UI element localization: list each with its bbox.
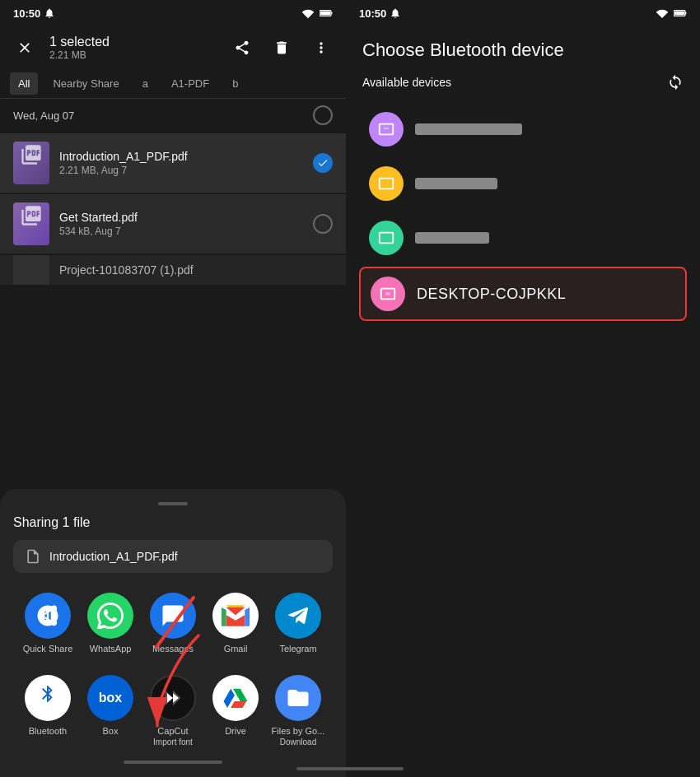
top-bar-title: 1 selected 2.21 MB (49, 35, 217, 61)
wifi-icon-right (656, 8, 669, 18)
device-name-placeholder-1 (415, 123, 677, 135)
device-item-1[interactable] (359, 104, 687, 155)
box-icon: box (87, 675, 133, 721)
file-list: Wed, Aug 07 Introduction_A1_PDF.pdf 2.21… (0, 99, 346, 489)
status-bar-right: 10:50 (346, 0, 700, 26)
bottom-indicator-left (124, 761, 222, 764)
messages-icon (150, 593, 196, 639)
app-quick-share-label: Quick Share (23, 644, 73, 654)
file-thumb-3 (13, 255, 49, 285)
app-files-label: Files by Go...Download (272, 726, 325, 747)
battery-icon-left (320, 8, 333, 18)
app-bluetooth[interactable]: Bluetooth (18, 675, 77, 747)
date-header: Wed, Aug 07 (0, 99, 346, 132)
status-time-left: 10:50 (13, 7, 55, 20)
app-telegram-label: Telegram (279, 644, 316, 654)
app-box[interactable]: box Box (81, 675, 140, 747)
app-messages-label: Messages (152, 644, 194, 654)
file-checkbox-2[interactable] (313, 214, 333, 234)
app-gmail-label: Gmail (224, 644, 248, 654)
app-gmail[interactable]: Gmail (206, 593, 265, 654)
files-icon (275, 675, 321, 721)
select-all-checkbox[interactable] (313, 105, 333, 125)
device-icon-3 (369, 221, 404, 255)
device-item-2[interactable] (359, 158, 687, 209)
app-drive-label: Drive (225, 726, 246, 737)
app-messages[interactable]: Messages (143, 593, 203, 654)
svg-rect-6 (685, 12, 686, 15)
drive-icon (212, 675, 259, 721)
sheet-title: Sharing 1 file (13, 515, 333, 530)
status-icons-left (301, 8, 333, 18)
date-text: Wed, Aug 07 (13, 109, 74, 122)
loading-icon (667, 74, 684, 91)
svg-rect-1 (331, 12, 332, 15)
file-name-3: Project-101083707 (1).pdf (59, 263, 333, 277)
status-bar-left: 10:50 (0, 0, 346, 26)
file-name-1: Introduction_A1_PDF.pdf (59, 150, 313, 163)
close-button[interactable] (10, 33, 40, 63)
svg-rect-7 (674, 12, 684, 16)
sheet-handle (158, 502, 188, 505)
tab-a[interactable]: a (134, 72, 156, 95)
time-right: 10:50 (359, 7, 386, 20)
device-item-3[interactable] (359, 212, 687, 263)
app-box-label: Box (103, 726, 119, 737)
whatsapp-icon (87, 593, 133, 639)
device-list: DESKTOP-COJPKKL (346, 104, 700, 321)
doc-icon (25, 548, 41, 565)
file-info-3: Project-101083707 (1).pdf (59, 263, 333, 277)
alarm-icon-left (44, 7, 55, 19)
bluetooth-title: Choose Bluetooth device (346, 26, 700, 67)
file-checkbox-1[interactable] (313, 153, 333, 173)
alarm-icon-right (390, 7, 401, 19)
file-item-2[interactable]: Get Started.pdf 534 kB, Aug 7 (0, 194, 346, 254)
device-name-desktop: DESKTOP-COJPKKL (417, 286, 566, 303)
battery-icon-right (674, 8, 687, 18)
app-whatsapp-label: WhatsApp (90, 644, 132, 654)
tab-all[interactable]: All (10, 72, 38, 95)
file-info-2: Get Started.pdf 534 kB, Aug 7 (59, 211, 313, 237)
filter-tabs: All Nearby Share a A1-PDF b (0, 69, 346, 99)
more-button[interactable] (306, 33, 336, 63)
app-quick-share[interactable]: Quick Share (18, 593, 77, 654)
app-grid-row2: Bluetooth box Box CapCutImport font (13, 668, 333, 754)
tab-b[interactable]: b (224, 72, 246, 95)
device-icon-2 (369, 166, 404, 201)
status-icons-right (656, 8, 687, 18)
quick-share-icon (25, 593, 71, 639)
left-panel: 10:50 1 selected 2.21 MB All Nearby Sha (0, 0, 346, 777)
sharing-file-item: Introduction_A1_PDF.pdf (13, 540, 333, 573)
app-grid-row1: Quick Share WhatsApp Messages (13, 586, 333, 661)
app-files[interactable]: Files by Go...Download (268, 675, 328, 747)
device-item-desktop[interactable]: DESKTOP-COJPKKL (359, 267, 687, 321)
file-meta-1: 2.21 MB, Aug 7 (59, 165, 313, 176)
app-drive[interactable]: Drive (206, 675, 265, 747)
app-whatsapp[interactable]: WhatsApp (81, 593, 140, 654)
wifi-icon-left (301, 8, 315, 18)
telegram-icon (275, 593, 321, 639)
file-info-1: Introduction_A1_PDF.pdf 2.21 MB, Aug 7 (59, 150, 313, 176)
app-bluetooth-label: Bluetooth (29, 726, 67, 737)
file-item-3[interactable]: Project-101083707 (1).pdf (0, 255, 346, 285)
svg-rect-2 (320, 12, 330, 16)
app-telegram[interactable]: Telegram (268, 593, 328, 654)
top-bar: 1 selected 2.21 MB (0, 26, 346, 69)
time-left: 10:50 (13, 7, 40, 20)
file-thumb-1 (13, 142, 49, 184)
app-capcut-label: CapCutImport font (153, 726, 193, 747)
delete-button[interactable] (267, 33, 296, 63)
tab-a1pdf[interactable]: A1-PDF (163, 72, 217, 95)
file-item-1[interactable]: Introduction_A1_PDF.pdf 2.21 MB, Aug 7 (0, 133, 346, 193)
selected-size: 2.21 MB (49, 49, 217, 61)
file-thumb-2 (13, 202, 49, 245)
right-panel: 10:50 Choose Bluetooth device Available … (346, 0, 700, 777)
share-button[interactable] (227, 33, 257, 63)
status-time-right: 10:50 (359, 7, 401, 20)
bluetooth-icon (25, 675, 71, 721)
app-capcut[interactable]: CapCutImport font (143, 675, 203, 747)
available-label: Available devices (362, 76, 451, 89)
device-icon-desktop (371, 277, 405, 311)
bottom-sheet: Sharing 1 file Introduction_A1_PDF.pdf Q… (0, 489, 346, 777)
tab-nearby-share[interactable]: Nearby Share (44, 72, 127, 95)
